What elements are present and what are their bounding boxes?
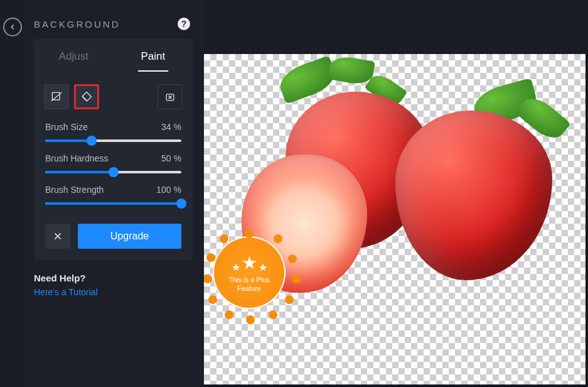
tool-crop-button[interactable] (44, 84, 69, 109)
slider-value: 34 % (161, 122, 181, 132)
erase-icon (164, 90, 176, 103)
left-rail (0, 0, 25, 387)
canvas-topbar (204, 0, 588, 54)
slider-brush-size: Brush Size 34 % (34, 113, 193, 144)
crop-icon (50, 90, 63, 103)
help-link[interactable]: Here's a Tutorial (34, 287, 193, 297)
slider-thumb[interactable] (109, 167, 119, 177)
slider-fill (45, 171, 114, 173)
tool-erase-button[interactable] (158, 84, 183, 109)
back-button[interactable] (3, 18, 22, 36)
slider-track[interactable] (45, 171, 181, 173)
slider-value: 100 % (156, 185, 181, 195)
star-icon: ★ (259, 261, 267, 273)
tab-paint[interactable]: Paint (114, 39, 193, 72)
slider-track[interactable] (45, 202, 181, 205)
plus-feature-badge: ★ ★ ★ This is a Plus Feature (213, 236, 286, 309)
help-section: Need Help? Here's a Tutorial (25, 260, 204, 297)
paint-bucket-icon (80, 90, 93, 103)
settings-panel: Adjust Paint Brush Size 34 % (34, 39, 193, 260)
tabs: Adjust Paint (34, 39, 193, 72)
close-button[interactable] (45, 224, 70, 249)
slider-thumb[interactable] (87, 136, 97, 146)
canvas-area: ★ ★ ★ This is a Plus Feature (204, 0, 588, 387)
slider-label: Brush Size (45, 122, 88, 132)
sidebar: BACKGROUND ? Adjust Paint (25, 0, 204, 387)
slider-label: Brush Hardness (45, 153, 108, 163)
canvas[interactable]: ★ ★ ★ This is a Plus Feature (204, 54, 585, 384)
panel-header: BACKGROUND ? (25, 0, 204, 39)
tool-row (34, 72, 193, 113)
slider-fill (45, 139, 92, 142)
tab-adjust[interactable]: Adjust (34, 39, 114, 72)
slider-value: 50 % (161, 153, 181, 163)
help-button[interactable]: ? (178, 18, 190, 30)
slider-thumb[interactable] (176, 199, 186, 209)
star-icon: ★ (232, 261, 240, 273)
badge-stars: ★ ★ ★ (232, 253, 267, 273)
slider-brush-hardness: Brush Hardness 50 % (34, 144, 193, 176)
tool-paint-bucket-button[interactable] (74, 84, 99, 109)
badge-text: This is a Plus Feature (228, 276, 269, 292)
close-icon (53, 231, 63, 241)
slider-fill (45, 202, 181, 205)
slider-label: Brush Strength (45, 185, 104, 195)
image-strawberry (395, 111, 552, 280)
slider-brush-strength: Brush Strength 100 % (34, 176, 193, 207)
arrow-left-icon (8, 23, 17, 31)
upgrade-button[interactable]: Upgrade (78, 224, 181, 249)
slider-track[interactable] (45, 139, 181, 142)
action-row: Upgrade (34, 207, 193, 249)
panel-title: BACKGROUND (34, 19, 120, 30)
help-title: Need Help? (34, 273, 193, 283)
star-icon: ★ (242, 253, 257, 273)
